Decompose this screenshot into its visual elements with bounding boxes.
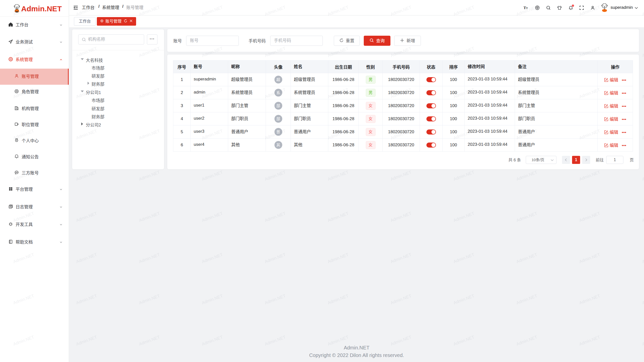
svg-text:T: T (524, 6, 526, 10)
svg-text:T: T (526, 7, 528, 10)
